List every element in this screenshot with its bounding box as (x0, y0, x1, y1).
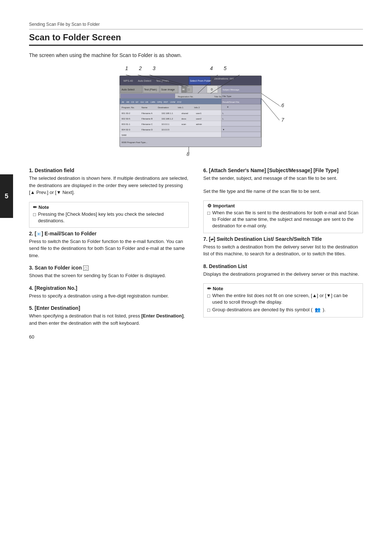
svg-text:Result/Smart File: Result/Smart File (222, 101, 240, 103)
item5-text: When specifying a destination that is no… (29, 312, 189, 327)
item-attach-sender: 6. [Attach Sender's Name] [Subject/Messa… (203, 167, 363, 195)
svg-line-91 (261, 98, 279, 120)
svg-text:CD: CD (131, 101, 134, 103)
item8-text: Displays the destinations programed in t… (203, 271, 363, 278)
svg-rect-74 (120, 126, 221, 132)
svg-text:Test (Plain): Test (Plain) (144, 88, 157, 91)
svg-text:user2: user2 (196, 118, 202, 120)
svg-text:Info 1: Info 1 (178, 106, 184, 109)
diagram-svg: WPS-40 Auto Detect Text (Plain) Select F… (105, 73, 287, 157)
svg-text:docs: docs (181, 118, 186, 120)
item1-text: The selected destination is shown here. … (29, 175, 189, 196)
svg-rect-82 (221, 132, 261, 137)
svg-text:GH: GH (140, 101, 144, 103)
breadcrumb: Sending Scan File by Scan to Folder (29, 22, 363, 29)
item4-text: Press to specify a destination using a f… (29, 292, 189, 300)
note2-item-1: When the entire list does not fit on one… (207, 292, 359, 305)
svg-text:Filename C: Filename C (142, 123, 153, 125)
item8-title: 8. Destination List (203, 263, 363, 269)
svg-text:admin: admin (196, 123, 202, 125)
svg-text:✉: ✉ (182, 88, 185, 91)
svg-rect-78 (221, 126, 261, 132)
svg-text:Select From Folder: Select From Folder (190, 80, 212, 82)
item1-title: 1. Destination field (29, 167, 189, 173)
svg-text:Scan Image: Scan Image (161, 88, 175, 91)
item6-title: 6. [Attach Sender's Name] [Subject/Messa… (203, 167, 363, 173)
svg-text:XYZ: XYZ (177, 101, 181, 103)
item-scan-folder-icon: 3. Scan to Folder icon □ Shows that the … (29, 265, 189, 279)
svg-rect-80 (120, 132, 221, 137)
description-columns: 1. Destination field The selected destin… (29, 167, 363, 332)
item3-title: 3. Scan to Folder icon □ (29, 265, 189, 271)
item4-title: 4. [Registration No.] (29, 285, 189, 291)
svg-text:shared: shared (181, 112, 188, 114)
svg-text:Subject Message: Subject Message (222, 89, 240, 91)
diagram-svg-element: WPS-40 Auto Detect Text (Plain) Select F… (105, 73, 287, 157)
note1-title: ✏ Note (33, 204, 185, 210)
intro-text: The screen when using the machine for Sc… (29, 52, 363, 58)
important-icon: ⚙ (207, 203, 212, 208)
svg-text:Info 2: Info 2 (194, 106, 200, 109)
svg-text:Filename D: Filename D (142, 129, 153, 131)
svg-text:002 03-5: 002 03-5 (122, 118, 130, 120)
important-title: ⚙ Important (207, 203, 359, 208)
note-icon-2: ✏ (207, 286, 211, 291)
item-enter-destination: 5. [Enter Destination] When specifying a… (29, 305, 189, 327)
right-column: 6. [Attach Sender's Name] [Subject/Messa… (203, 167, 363, 332)
note-box-2: ✏ Note When the entire list does not fit… (203, 283, 363, 317)
item7-text: Press to switch a destination from the d… (203, 243, 363, 258)
svg-text:001 03-2: 001 03-2 (122, 112, 130, 114)
svg-text:Destinations: ###: Destinations: ### (214, 77, 234, 80)
svg-text:RST: RST (164, 101, 168, 103)
svg-text:▼: ▼ (222, 129, 225, 131)
svg-text:All: All (122, 101, 124, 103)
svg-rect-67 (120, 121, 221, 126)
svg-text:scan: scan (181, 123, 186, 125)
svg-text:Program. No.: Program. No. (122, 106, 135, 109)
svg-text:+: + (227, 105, 229, 109)
diagram-area: 1 2 3 4 5 WPS-40 Auto Detect Text (Plain… (105, 65, 287, 157)
page-number: 60 (29, 334, 34, 340)
section-title: Scan to Folder Screen (29, 32, 363, 46)
svg-text:EF: EF (136, 101, 139, 103)
svg-text:Filename A: Filename A (142, 112, 152, 114)
diagram-container: 1 2 3 4 5 WPS-40 Auto Detect Text (Plain… (29, 65, 363, 157)
item-destination-list: 8. Destination List Displays the destina… (203, 263, 363, 278)
item-switch-dest: 7. [⇄] Switch Destination List/ Search/S… (203, 236, 363, 258)
item6-text2: Set the file type and file name of the s… (203, 188, 363, 195)
svg-text:LMN: LMN (151, 101, 155, 103)
svg-text:Registration No.: Registration No. (178, 96, 193, 98)
svg-text:user1: user1 (196, 112, 202, 114)
svg-rect-73 (221, 121, 261, 126)
svg-text:WPS-40: WPS-40 (123, 80, 133, 82)
svg-text:Destination: Destination (158, 106, 169, 109)
svg-rect-57 (221, 110, 261, 116)
svg-text:10.0.0.5: 10.0.0.5 (162, 129, 170, 131)
svg-text:10.0.0.1: 10.0.0.1 (162, 123, 170, 125)
svg-text:004 02-3: 004 02-3 (122, 129, 130, 131)
svg-line-90 (261, 93, 279, 106)
svg-rect-65 (221, 116, 261, 121)
svg-text:Auto Detect: Auto Detect (138, 80, 151, 82)
page-container: 5 Sending Scan File by Scan to Folder Sc… (0, 0, 392, 354)
svg-text:SAM: SAM (122, 134, 126, 136)
important-box: ⚙ Important When the scan file is sent t… (203, 200, 363, 233)
svg-text:192.168.1.2: 192.168.1.2 (162, 118, 173, 120)
diagram-numbers-top: 1 2 3 4 5 (125, 65, 287, 71)
svg-text:IJK: IJK (145, 101, 148, 103)
note-box-1: ✏ Note Pressing the [Check Modes] key le… (29, 202, 189, 228)
svg-text:0000 Program Fast Type...: 0000 Program Fast Type... (122, 141, 147, 143)
svg-text:File Type: File Type (222, 95, 232, 97)
item-destination-field: 1. Destination field The selected destin… (29, 167, 189, 196)
item5-title: 5. [Enter Destination] (29, 305, 189, 311)
note1-item-1: Pressing the [Check Modes] key lets you … (33, 211, 185, 224)
note-icon-1: ✏ (33, 204, 37, 210)
item6-text1: Set the sender, subject, and message of … (203, 175, 363, 182)
svg-text:8: 8 (187, 151, 189, 157)
svg-text:192.168.1.1: 192.168.1.1 (162, 112, 173, 114)
item-email-scan: 2. [📧] E-mail/Scan to Folder Press to sw… (29, 231, 189, 259)
item-registration-no: 4. [Registration No.] Press to specify a… (29, 285, 189, 300)
item2-title: 2. [📧] E-mail/Scan to Folder (29, 231, 189, 236)
important-item-1: When the scan file is sent to the destin… (207, 210, 359, 230)
note2-item-2: Group destinations are denoted by this s… (207, 307, 359, 313)
